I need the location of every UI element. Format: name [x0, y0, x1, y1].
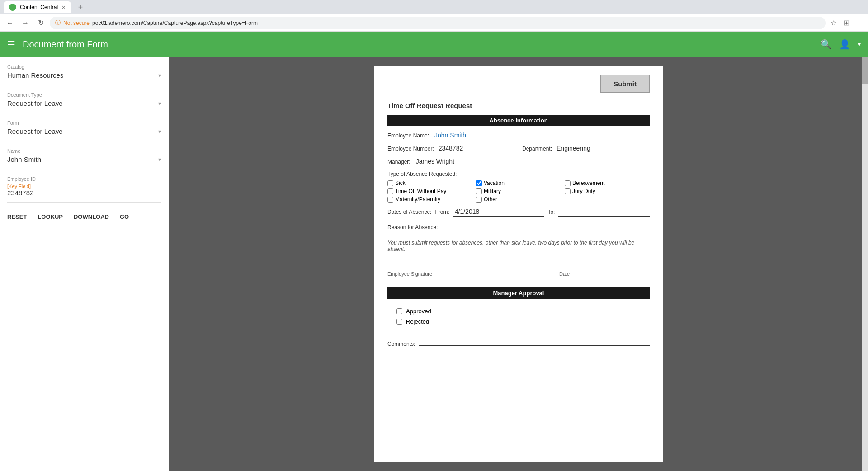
scrollbar-thumb[interactable] [862, 57, 868, 84]
approved-checkbox[interactable] [396, 308, 402, 314]
doctype-label: Document Type [7, 92, 161, 98]
name-value-row[interactable]: John Smith ▾ [7, 155, 161, 163]
checkbox-jury-duty[interactable]: Jury Duty [565, 188, 650, 194]
rejected-checkbox-item[interactable]: Rejected [396, 318, 641, 325]
approved-checkbox-item[interactable]: Approved [396, 308, 641, 315]
name-dropdown-arrow[interactable]: ▾ [158, 156, 161, 163]
date-line[interactable] [559, 259, 650, 270]
reset-button[interactable]: RESET [7, 213, 27, 220]
browser-nav-bar: ← → ↻ ⓘ Not secure poc01.ademero.com/Cap… [0, 14, 868, 32]
manager-row: Manager: James Wright [387, 157, 650, 166]
doctype-value-row[interactable]: Request for Leave ▾ [7, 99, 161, 107]
search-icon[interactable]: 🔍 [821, 39, 832, 50]
absence-type-label: Type of Absence Requested: [387, 171, 650, 177]
employee-number-value[interactable]: 2348782 [437, 144, 515, 153]
employee-name-label: Employee Name: [387, 132, 429, 139]
new-tab-button[interactable]: + [75, 1, 86, 13]
scrollbar-track [862, 57, 868, 471]
sick-checkbox[interactable] [387, 180, 393, 186]
browser-tab[interactable]: Content Central ✕ [4, 1, 71, 13]
lookup-button[interactable]: LOOKUP [38, 213, 63, 220]
catalog-value: Human Resources [7, 71, 63, 79]
checkbox-sick[interactable]: Sick [387, 180, 472, 186]
other-label: Other [484, 196, 497, 203]
dates-label: Dates of Absence: [387, 209, 431, 215]
department-value[interactable]: Engineering [555, 144, 650, 153]
department-col: Department: Engineering [522, 144, 650, 153]
rejected-checkbox[interactable] [396, 319, 402, 325]
to-value[interactable] [558, 207, 650, 217]
checkbox-maternity-paternity[interactable]: Maternity/Paternity [387, 196, 472, 203]
comments-value[interactable] [419, 337, 650, 346]
jury-duty-label: Jury Duty [572, 188, 595, 194]
browser-extras: ☆ ⊞ ⋮ [828, 18, 864, 28]
catalog-value-row[interactable]: Human Resources ▾ [7, 71, 161, 79]
checkbox-time-off-without-pay[interactable]: Time Off Without Pay [387, 188, 472, 194]
checkbox-military[interactable]: Military [476, 188, 561, 194]
other-checkbox[interactable] [476, 197, 482, 203]
hamburger-menu-icon[interactable]: ☰ [7, 39, 15, 50]
header-actions: 🔍 👤 ▾ [821, 39, 861, 50]
doctype-dropdown-arrow[interactable]: ▾ [158, 100, 161, 107]
form-value-row[interactable]: Request for Leave ▾ [7, 127, 161, 135]
absence-section-header: Absence Information [387, 115, 650, 126]
date-col: Date [559, 259, 650, 277]
checkbox-vacation[interactable]: Vacation [476, 180, 561, 186]
sick-label: Sick [395, 180, 406, 186]
user-dropdown-arrow[interactable]: ▾ [858, 41, 861, 48]
employee-id-label: Employee ID [7, 176, 161, 182]
from-label: From: [435, 209, 449, 215]
url-text: poc01.ademero.com/Capture/CapturePage.as… [92, 20, 258, 26]
dates-row: Dates of Absence: From: 4/1/2018 To: [387, 207, 650, 217]
time-off-without-pay-checkbox[interactable] [387, 188, 393, 194]
manager-section-header: Manager Approval [387, 287, 650, 299]
forward-button[interactable]: → [19, 17, 32, 29]
bereavement-checkbox[interactable] [565, 180, 571, 186]
jury-duty-checkbox[interactable] [565, 188, 571, 194]
form-dropdown-arrow[interactable]: ▾ [158, 128, 161, 135]
vacation-checkbox[interactable] [476, 180, 482, 186]
bereavement-label: Bereavement [572, 180, 604, 186]
military-label: Military [484, 188, 501, 194]
user-menu-icon[interactable]: 👤 [839, 39, 850, 50]
back-button[interactable]: ← [4, 17, 16, 29]
employee-id-value: 2348782 [7, 189, 161, 197]
name-field: Name John Smith ▾ [7, 148, 161, 169]
sidebar: Catalog Human Resources ▾ Document Type … [0, 57, 169, 471]
app-header: ☰ Document from Form 🔍 👤 ▾ [0, 32, 868, 57]
content-area: Submit Time Off Request Request Absence … [169, 57, 868, 471]
submit-row: Submit [387, 75, 650, 93]
employee-id-field: Employee ID [Key Field] 2348782 [7, 176, 161, 203]
name-label: Name [7, 148, 161, 154]
from-value[interactable]: 4/1/2018 [453, 207, 544, 217]
menu-icon[interactable]: ⋮ [854, 18, 864, 28]
catalog-dropdown-arrow[interactable]: ▾ [158, 72, 161, 79]
employee-signature-col: Employee Signature [387, 259, 550, 277]
refresh-button[interactable]: ↻ [34, 17, 47, 29]
doctype-value: Request for Leave [7, 99, 63, 107]
checkbox-bereavement[interactable]: Bereavement [565, 180, 650, 186]
reason-value[interactable] [441, 220, 650, 229]
employee-signature-line[interactable] [387, 259, 550, 270]
maternity-paternity-checkbox[interactable] [387, 197, 393, 203]
not-secure-icon: ⓘ [55, 19, 61, 27]
employee-name-value[interactable]: John Smith [433, 131, 650, 140]
browser-chrome: Content Central ✕ + ← → ↻ ⓘ Not secure p… [0, 0, 868, 32]
rejected-label: Rejected [406, 318, 429, 325]
employee-number-label: Employee Number: [387, 146, 434, 152]
extensions-icon[interactable]: ⊞ [841, 18, 852, 28]
address-bar[interactable]: ⓘ Not secure poc01.ademero.com/Capture/C… [50, 17, 826, 29]
download-button[interactable]: DOWNLOAD [74, 213, 109, 220]
bookmark-icon[interactable]: ☆ [828, 18, 839, 28]
military-checkbox[interactable] [476, 188, 482, 194]
comments-label: Comments: [387, 341, 415, 347]
absence-type-checkboxes: Sick Vacation Bereavement Time Off Witho… [387, 180, 650, 203]
checkbox-other[interactable]: Other [476, 196, 561, 203]
employee-name-row: Employee Name: John Smith [387, 131, 650, 140]
tab-close-button[interactable]: ✕ [61, 5, 66, 10]
manager-value[interactable]: James Wright [414, 157, 650, 166]
form-title: Time Off Request Request [387, 102, 650, 109]
catalog-label: Catalog [7, 64, 161, 70]
go-button[interactable]: GO [120, 213, 129, 220]
submit-button[interactable]: Submit [600, 75, 650, 93]
